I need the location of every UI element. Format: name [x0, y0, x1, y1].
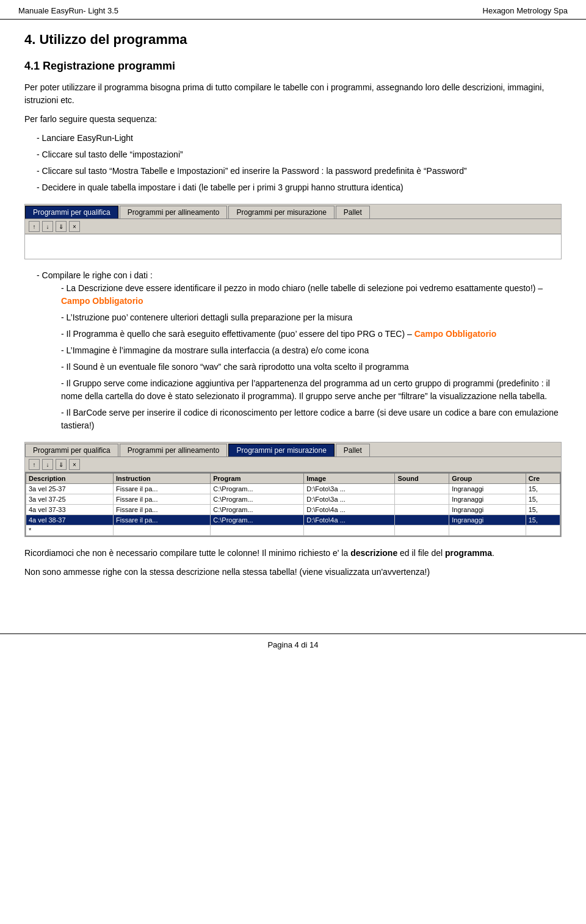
sequence-list: Lanciare EasyRun-Light Cliccare sul tast…	[24, 132, 562, 194]
toolbar-up-btn[interactable]: ↑	[29, 221, 40, 232]
inner-compile-list: La Descrizione deve essere identificare …	[37, 282, 562, 432]
toolbar-down-btn[interactable]: ↓	[42, 221, 53, 232]
istruzione-item: L’Istruzione puo’ contenere ulteriori de…	[61, 311, 562, 324]
list-item: Cliccare sul tasto delle “impostazioni”	[37, 148, 562, 161]
first-screenshot: Programmi per qualifica Programmi per al…	[24, 204, 562, 259]
first-toolbar: ↑ ↓ ⇓ ×	[25, 219, 561, 234]
data-table-container: Description Instruction Program Image So…	[25, 472, 561, 536]
table-row[interactable]: 3a vel 37-25Fissare il pa...C:\Program..…	[26, 494, 560, 505]
toolbar-delete-btn[interactable]: ×	[69, 221, 80, 232]
sound-item: Il Sound è un eventuale file sonoro “wav…	[61, 361, 562, 374]
table-row[interactable]: 4a vel 38-37Fissare il pa...C:\Program..…	[26, 515, 560, 525]
immagine-item: L’Immagine è l’immagine da mostrare sull…	[61, 344, 562, 357]
tab-allineamento-2[interactable]: Programmi per allineamento	[120, 444, 228, 457]
table-row[interactable]: 3a vel 25-37Fissare il pa...C:\Program..…	[26, 484, 560, 494]
list-item: Lanciare EasyRun-Light	[37, 132, 562, 145]
conclusion-paragraph-1: Ricordiamoci che non è necessario compil…	[24, 547, 562, 560]
tab-misurazione-1[interactable]: Programmi per misurazione	[228, 206, 334, 218]
list-item: Cliccare sul tasto “Mostra Tabelle e Imp…	[37, 165, 562, 178]
toolbar2-delete-btn[interactable]: ×	[69, 459, 80, 470]
section-title: 4.1 Registrazione programmi	[24, 60, 562, 73]
tab-qualifica-1[interactable]: Programmi per qualifica	[25, 206, 118, 218]
list-item: Decidere in quale tabella impostare i da…	[37, 181, 562, 194]
sequence-intro: Per farlo seguire questa sequenza:	[24, 113, 562, 126]
footer-label: Pagina 4 di 14	[267, 640, 318, 649]
header-left: Manuale EasyRun- Light 3.5	[18, 6, 118, 15]
toolbar2-down-btn[interactable]: ↓	[42, 459, 53, 470]
barcode-item: Il BarCode serve per inserire il codice …	[61, 406, 562, 432]
tab-pallet-2[interactable]: Pallet	[336, 444, 370, 457]
col-header-sound: Sound	[395, 474, 449, 484]
intro-paragraph: Per poter utilizzare il programma bisogn…	[24, 81, 562, 107]
campo-obbligatorio-1: Campo Obbligatorio	[61, 296, 143, 306]
second-tab-bar: Programmi per qualifica Programmi per al…	[25, 442, 561, 457]
conclusion-paragraph-2: Non sono ammesse righe con la stessa des…	[24, 566, 562, 579]
tab-misurazione-2[interactable]: Programmi per misurazione	[228, 444, 334, 457]
col-header-cre: Cre	[526, 474, 560, 484]
campo-obbligatorio-2: Campo Obbligatorio	[414, 329, 497, 339]
header-right: Hexagon Metrology Spa	[483, 6, 568, 15]
col-header-program: Program	[211, 474, 304, 484]
page-header: Manuale EasyRun- Light 3.5 Hexagon Metro…	[0, 0, 586, 20]
col-header-group: Group	[449, 474, 526, 484]
compile-list: Compilare le righe con i dati : La Descr…	[24, 269, 562, 432]
table-row-new[interactable]: *	[26, 525, 560, 536]
programma-item: Il Programma è quello che sarà eseguito …	[61, 328, 562, 341]
chapter-title: 4. Utilizzo del programma	[24, 32, 562, 48]
tab-allineamento-1[interactable]: Programmi per allineamento	[120, 206, 228, 218]
data-table: Description Instruction Program Image So…	[26, 473, 560, 536]
toolbar2-up-btn[interactable]: ↑	[29, 459, 40, 470]
toolbar2-sort-btn[interactable]: ⇓	[56, 459, 67, 470]
col-header-description: Description	[26, 474, 114, 484]
gruppo-item: Il Gruppo serve come indicazione aggiunt…	[61, 377, 562, 403]
toolbar-sort-btn[interactable]: ⇓	[56, 221, 67, 232]
compile-item: Compilare le righe con i dati : La Descr…	[37, 269, 562, 432]
page-footer: Pagina 4 di 14	[0, 633, 586, 655]
table-row[interactable]: 4a vel 37-33Fissare il pa...C:\Program..…	[26, 505, 560, 515]
first-tab-bar: Programmi per qualifica Programmi per al…	[25, 204, 561, 219]
second-screenshot: Programmi per qualifica Programmi per al…	[24, 442, 562, 537]
col-header-instruction: Instruction	[113, 474, 210, 484]
description-item: La Descrizione deve essere identificare …	[61, 282, 562, 308]
second-toolbar: ↑ ↓ ⇓ ×	[25, 457, 561, 472]
tab-qualifica-2[interactable]: Programmi per qualifica	[25, 444, 118, 457]
col-header-image: Image	[304, 474, 395, 484]
tab-pallet-1[interactable]: Pallet	[336, 206, 370, 218]
